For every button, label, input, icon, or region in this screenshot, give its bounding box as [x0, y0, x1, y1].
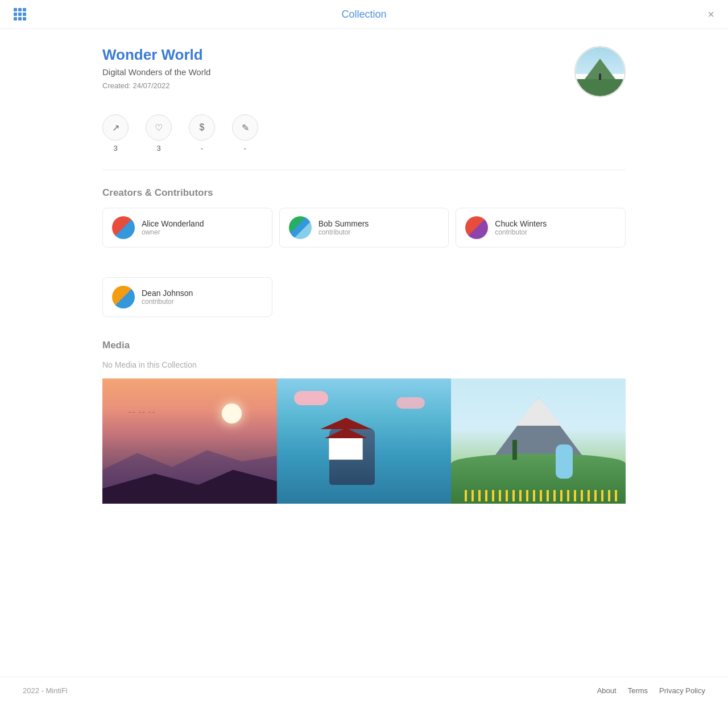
creator-card-chuck[interactable]: Chuck Winters contributor: [456, 208, 626, 248]
creator-info-chuck: Chuck Winters contributor: [495, 219, 547, 236]
stat-price: $ -: [189, 114, 215, 153]
media-section-title: Media: [102, 340, 626, 351]
stat-share: ↗ 3: [102, 114, 129, 153]
collection-info: Wonder World Digital Wonders of the Worl…: [102, 46, 210, 90]
edit-value: -: [244, 144, 246, 153]
creator-name-dean: Dean Johnson: [142, 289, 193, 298]
collection-subtitle: Digital Wonders of the World: [102, 67, 210, 77]
app-header: Collection ×: [0, 0, 728, 29]
footer-nav: About Terms Privacy Policy: [597, 686, 705, 695]
media-section: Media No Media in this Collection ~~ ~~ …: [102, 340, 626, 504]
media-empty-message: No Media in this Collection: [102, 360, 626, 369]
price-button[interactable]: $: [189, 114, 215, 141]
creator-name-alice: Alice Wonderland: [142, 219, 204, 228]
media-item-1[interactable]: ~~ ~~ ~~: [102, 378, 277, 504]
creator-name-bob: Bob Summers: [318, 219, 369, 228]
creator-card-alice[interactable]: Alice Wonderland owner: [102, 208, 272, 248]
media-image-mountain: [451, 378, 626, 504]
creator-role-bob: contributor: [318, 228, 369, 236]
media-item-2[interactable]: [277, 378, 452, 504]
collection-created: Created: 24/07/2022: [102, 81, 210, 90]
creator-card-dean[interactable]: Dean Johnson contributor: [102, 277, 272, 317]
creator-name-chuck: Chuck Winters: [495, 219, 547, 228]
close-button[interactable]: ×: [708, 9, 714, 20]
footer-copyright: 2022 - MintiFi: [23, 686, 68, 695]
header-title: Collection: [341, 9, 386, 20]
price-value: -: [201, 144, 203, 153]
grid-menu-icon[interactable]: [14, 8, 26, 20]
creator-info-alice: Alice Wonderland owner: [142, 219, 204, 236]
creator-info-bob: Bob Summers contributor: [318, 219, 369, 236]
stat-like: ♡ 3: [146, 114, 172, 153]
avatar-dean: [112, 286, 135, 308]
creator-info-dean: Dean Johnson contributor: [142, 289, 193, 306]
media-item-3[interactable]: [451, 378, 626, 504]
creators-grid-row2: Dean Johnson contributor: [102, 277, 626, 317]
footer-link-about[interactable]: About: [597, 686, 617, 695]
main-content: Wonder World Digital Wonders of the Worl…: [91, 29, 637, 677]
creator-role-alice: owner: [142, 228, 204, 236]
media-grid: ~~ ~~ ~~: [102, 378, 626, 504]
creators-grid-row1: Alice Wonderland owner Bob Summers contr…: [102, 208, 626, 248]
edit-button[interactable]: ✎: [232, 114, 258, 141]
avatar-chuck: [465, 216, 488, 239]
like-count: 3: [156, 144, 160, 153]
share-count: 3: [113, 144, 117, 153]
stat-edit: ✎ -: [232, 114, 258, 153]
page-footer: 2022 - MintiFi About Terms Privacy Polic…: [0, 677, 728, 704]
avatar-bob: [289, 216, 312, 239]
collection-name: Wonder World: [102, 46, 210, 64]
avatar-alice: [112, 216, 135, 239]
creators-section: Creators & Contributors Alice Wonderland…: [102, 187, 626, 317]
media-image-sunset: ~~ ~~ ~~: [102, 378, 277, 504]
creator-card-bob[interactable]: Bob Summers contributor: [279, 208, 449, 248]
creators-section-title: Creators & Contributors: [102, 187, 626, 199]
like-button[interactable]: ♡: [146, 114, 172, 141]
footer-link-privacy[interactable]: Privacy Policy: [659, 686, 705, 695]
creator-role-dean: contributor: [142, 298, 193, 306]
creator-role-chuck: contributor: [495, 228, 547, 236]
share-button[interactable]: ↗: [102, 114, 129, 141]
media-image-temple: [277, 378, 452, 504]
stats-row: ↗ 3 ♡ 3 $ - ✎ -: [102, 114, 626, 153]
section-divider: [102, 170, 626, 170]
footer-link-terms[interactable]: Terms: [628, 686, 648, 695]
collection-avatar: [574, 46, 626, 97]
collection-header: Wonder World Digital Wonders of the Worl…: [102, 46, 626, 97]
